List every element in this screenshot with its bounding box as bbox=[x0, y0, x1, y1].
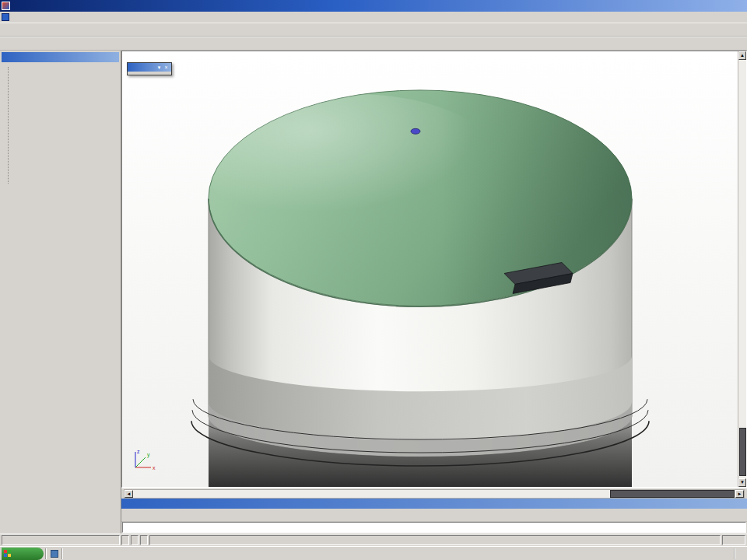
start-button[interactable] bbox=[2, 548, 44, 560]
menu-bar bbox=[0, 12, 747, 23]
title-bar bbox=[0, 0, 747, 12]
ansicht-dropdown-icon[interactable]: ▾ bbox=[156, 63, 163, 72]
viewport-column: ▾ × x y z bbox=[121, 51, 747, 534]
status-hint bbox=[140, 535, 148, 545]
model-canvas[interactable] bbox=[122, 51, 738, 487]
taskbar-tray bbox=[734, 548, 745, 559]
scene-wrapper bbox=[122, 51, 738, 487]
main-area: ▾ × x y z bbox=[0, 51, 747, 534]
mdi-document-icon[interactable] bbox=[2, 13, 9, 21]
ansicht-icon-grid bbox=[128, 72, 171, 75]
befehlszeile-panel bbox=[121, 499, 747, 534]
toolbar-row-1 bbox=[0, 23, 747, 37]
application-window: ▾ × x y z bbox=[0, 0, 747, 560]
ucs-axes-icon: x y z bbox=[130, 446, 158, 476]
scroll-down-icon[interactable]: ▼ bbox=[738, 478, 746, 487]
quick-launch bbox=[48, 548, 60, 559]
scroll-right-icon[interactable]: ► bbox=[735, 490, 744, 498]
roof-vent[interactable] bbox=[411, 128, 420, 134]
scroll-up-icon[interactable]: ▲ bbox=[738, 51, 746, 60]
scroll-left-icon[interactable]: ◄ bbox=[124, 490, 133, 498]
3d-viewport[interactable]: ▾ × x y z bbox=[121, 51, 747, 488]
command-line-row bbox=[121, 522, 747, 534]
sidebar-header[interactable] bbox=[2, 52, 119, 62]
taskbar bbox=[0, 546, 747, 560]
menu-tree bbox=[2, 62, 119, 532]
status-bar bbox=[0, 534, 747, 546]
status-empty bbox=[149, 535, 721, 545]
show-desktop-icon[interactable] bbox=[51, 550, 58, 558]
svg-text:x: x bbox=[153, 465, 156, 471]
viewport-bottom-strip: ◄ ► bbox=[121, 488, 747, 499]
vertical-scroll-thumb[interactable] bbox=[739, 428, 746, 476]
horizontal-scroll-thumb[interactable] bbox=[610, 490, 735, 498]
toolbar-row-2 bbox=[0, 37, 747, 51]
viewport-horizontal-scrollbar[interactable]: ◄ ► bbox=[124, 489, 745, 499]
taskbar-divider bbox=[61, 548, 63, 559]
command-input[interactable] bbox=[122, 522, 746, 533]
status-unit[interactable] bbox=[121, 535, 129, 545]
befehlszeile-header[interactable] bbox=[121, 499, 747, 509]
sidebar-menubaum-panel bbox=[0, 51, 121, 534]
taskbar-divider bbox=[45, 548, 47, 559]
status-empty-left bbox=[2, 535, 120, 545]
ansicht-close-icon[interactable]: × bbox=[163, 63, 170, 72]
app-icon[interactable] bbox=[2, 2, 10, 10]
ansicht-header[interactable]: ▾ × bbox=[128, 63, 171, 72]
svg-text:z: z bbox=[137, 449, 140, 454]
svg-text:y: y bbox=[147, 452, 150, 458]
viewport-vertical-scrollbar[interactable]: ▲ ▼ bbox=[738, 51, 746, 487]
ansicht-floating-toolbar[interactable]: ▾ × bbox=[127, 62, 172, 75]
status-plane[interactable] bbox=[131, 535, 139, 545]
status-snap[interactable] bbox=[722, 535, 745, 545]
snap-toolbar bbox=[121, 509, 747, 522]
windows-flag-icon bbox=[4, 550, 11, 557]
